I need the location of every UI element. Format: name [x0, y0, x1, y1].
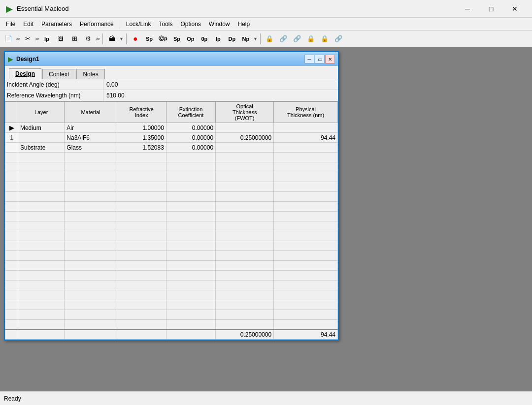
mdi-minimize[interactable]: ─ — [304, 55, 314, 63]
menu-file[interactable]: File — [2, 19, 19, 30]
tb-cut-dd[interactable]: ≫ — [35, 36, 39, 41]
table-row — [5, 290, 338, 300]
total-opt: 0.25000000 — [216, 330, 274, 340]
row-index-sub — [5, 143, 18, 153]
total-label-ext — [166, 330, 215, 340]
total-phys: 94.44 — [274, 330, 338, 340]
layer-1 — [18, 133, 64, 143]
toolbar: 📄 ≫ ✂ ≫ lp 🖼 ⊞ ⚙ ≫ 🏔 ▼ ● Sp Ⓒp Sp Op 0p … — [0, 31, 532, 47]
tb-link3[interactable]: 🔗 — [332, 32, 345, 45]
incident-angle-value[interactable]: 0.00 — [103, 79, 121, 90]
tb-op[interactable]: Op — [184, 32, 197, 45]
tab-context[interactable]: Context — [42, 69, 75, 79]
tb-sp2[interactable]: Sp — [170, 32, 183, 45]
phys-medium — [274, 123, 338, 133]
form-row-wavelength: Reference Wavelength (nm) 510.00 — [5, 90, 338, 101]
table-row — [5, 310, 338, 320]
ext-medium: 0.00000 — [166, 123, 215, 133]
tb-lock2[interactable]: 🔒 — [304, 32, 317, 45]
ri-1: 1.35000 — [117, 133, 166, 143]
window-controls: ─ □ ✕ — [456, 1, 526, 16]
table-row — [5, 192, 338, 202]
menu-locklink[interactable]: Lock/Link — [122, 19, 155, 30]
table-header-row: Layer Material RefractiveIndex Extinctio… — [5, 102, 338, 123]
col-material: Material — [65, 102, 117, 123]
menu-options[interactable]: Options — [176, 19, 204, 30]
maximize-button[interactable]: □ — [480, 1, 502, 16]
opt-medium — [216, 123, 274, 133]
tb-mountain[interactable]: 🏔 — [105, 32, 118, 45]
col-arrow — [5, 102, 18, 123]
tb-np-dd[interactable]: ▼ — [253, 36, 258, 41]
tb-np[interactable]: Np — [239, 32, 252, 45]
row-index-1: 1 — [5, 133, 18, 143]
menu-tools[interactable]: Tools — [155, 19, 176, 30]
tb-link2[interactable]: 🔗 — [291, 32, 303, 45]
tab-notes-label: Notes — [83, 71, 98, 78]
menu-performance[interactable]: Performance — [76, 19, 118, 30]
design-title-bar: ▶ Design1 ─ ▭ ✕ — [5, 52, 338, 66]
total-label-material — [65, 330, 117, 340]
row-arrow-medium: ▶ — [5, 123, 18, 133]
tb-layer[interactable]: lp — [40, 32, 53, 45]
app-icon: ▶ — [6, 3, 13, 14]
layer-medium: Medium — [18, 123, 64, 133]
tb-link1[interactable]: 🔗 — [277, 32, 290, 45]
total-row: 0.25000000 94.44 — [5, 330, 338, 340]
table-row — [5, 172, 338, 182]
workspace: ▶ Design1 ─ ▭ ✕ Design Context Notes Inc… — [0, 47, 532, 391]
design-icon: ▶ — [8, 55, 13, 63]
tab-design[interactable]: Design — [9, 68, 41, 79]
ref-wavelength-value[interactable]: 510.00 — [103, 90, 128, 101]
tab-context-label: Context — [49, 71, 69, 78]
status-text: Ready — [4, 395, 21, 402]
tb-dp[interactable]: Dp — [226, 32, 238, 45]
tb-lock[interactable]: 🔒 — [263, 32, 276, 45]
table-row — [5, 212, 338, 221]
material-glass: Glass — [65, 143, 117, 153]
ext-substrate: 0.00000 — [166, 143, 215, 153]
material-air: Air — [65, 123, 117, 133]
table-row — [5, 300, 338, 310]
tb-grid[interactable]: ⊞ — [68, 32, 81, 45]
tb-new[interactable]: 📄 — [2, 32, 15, 45]
col-phys: PhysicalThickness (nm) — [274, 102, 338, 123]
table-row — [5, 202, 338, 212]
close-button[interactable]: ✕ — [503, 1, 526, 16]
ref-wavelength-label: Reference Wavelength (nm) — [5, 90, 103, 101]
menu-bar: File Edit Parameters Performance Lock/Li… — [0, 18, 532, 31]
tb-0p[interactable]: 0p — [198, 32, 211, 45]
table-row: Substrate Glass 1.52083 0.00000 — [5, 143, 338, 153]
menu-parameters[interactable]: Parameters — [37, 19, 76, 30]
tb-sep1 — [102, 33, 103, 44]
tb-target-dd[interactable]: ≫ — [96, 36, 100, 41]
tb-new-dd[interactable]: ≫ — [16, 36, 20, 41]
tb-target[interactable]: ⚙ — [82, 32, 95, 45]
table-row — [5, 261, 338, 271]
table-row — [5, 251, 338, 261]
tb-1p[interactable]: Ip — [212, 32, 225, 45]
table-row — [5, 320, 338, 330]
tb-layer2[interactable]: 🖼 — [54, 32, 67, 45]
menu-edit[interactable]: Edit — [19, 19, 37, 30]
design-window: ▶ Design1 ─ ▭ ✕ Design Context Notes Inc… — [4, 51, 339, 341]
tb-sp1[interactable]: Sp — [143, 32, 156, 45]
menu-window[interactable]: Window — [205, 19, 234, 30]
tb-cut[interactable]: ✂ — [21, 32, 34, 45]
table-row — [5, 280, 338, 290]
mdi-restore[interactable]: ▭ — [315, 55, 325, 63]
tb-lock3[interactable]: 🔒 — [318, 32, 331, 45]
minimize-button[interactable]: ─ — [456, 1, 479, 16]
tb-circle[interactable]: ● — [129, 32, 142, 45]
tab-notes[interactable]: Notes — [76, 69, 104, 79]
table-row — [5, 241, 338, 251]
tb-mountain-dd[interactable]: ▼ — [119, 36, 124, 41]
phys-1: 94.44 — [274, 133, 338, 143]
table-row — [5, 221, 338, 231]
opt-substrate — [216, 143, 274, 153]
tb-cp[interactable]: Ⓒp — [157, 32, 169, 45]
table-row — [5, 162, 338, 172]
menu-help[interactable]: Help — [234, 19, 254, 30]
mdi-close[interactable]: ✕ — [325, 55, 335, 63]
layer-table: Layer Material RefractiveIndex Extinctio… — [5, 101, 338, 340]
